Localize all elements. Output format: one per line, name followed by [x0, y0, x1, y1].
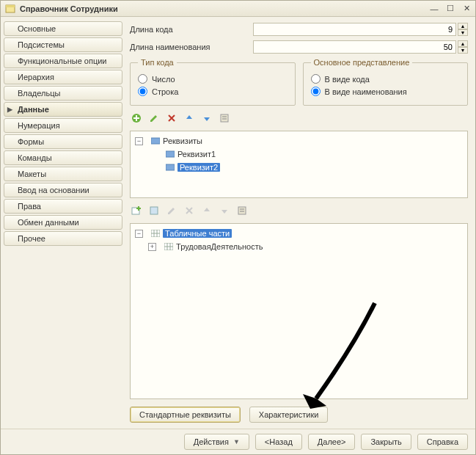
svg-rect-10: [150, 207, 158, 214]
nav-item[interactable]: Подсистемы: [4, 37, 122, 52]
nav-item[interactable]: Данные: [4, 102, 122, 117]
nav-item[interactable]: Основные: [4, 21, 122, 36]
delete-disabled-icon: [183, 204, 196, 217]
nav-item[interactable]: Макеты: [4, 167, 122, 181]
content-pane: Длина кода ▲▼ Длина наименования ▲▼ Тип …: [125, 17, 475, 429]
edit-disabled-icon: [165, 204, 178, 217]
code-length-label: Длина кода: [130, 25, 247, 34]
actions-button[interactable]: Действия▼: [184, 434, 249, 450]
code-type-legend: Тип кода: [138, 58, 177, 67]
nav-item[interactable]: Ввод на основании: [4, 183, 122, 197]
main-rep-code-radio[interactable]: В виде кода: [311, 74, 461, 84]
nav-item[interactable]: Обмен данными: [4, 215, 122, 230]
name-length-input[interactable]: [253, 40, 456, 54]
move-up-disabled-icon: [200, 204, 213, 217]
tree-row[interactable]: − Реквизиты: [135, 134, 463, 148]
add-column-icon[interactable]: [147, 204, 161, 217]
code-length-spinner[interactable]: ▲▼: [253, 23, 468, 36]
svg-rect-11: [238, 207, 246, 214]
nav-item[interactable]: Нумерация: [4, 118, 122, 133]
code-length-input[interactable]: [253, 23, 456, 36]
name-length-spinner[interactable]: ▲▼: [253, 40, 468, 54]
back-button[interactable]: <Назад: [255, 434, 302, 450]
code-type-number-radio[interactable]: Число: [138, 74, 288, 84]
tree-row[interactable]: Реквизит2: [135, 161, 463, 174]
characteristics-button[interactable]: Характеристики: [249, 407, 329, 423]
properties-icon[interactable]: [218, 112, 231, 125]
svg-rect-6: [151, 138, 160, 144]
next-button[interactable]: Далее>: [308, 434, 356, 450]
nav-item[interactable]: Права: [4, 199, 122, 214]
footer-buttons: Действия▼ <Назад Далее> Закрыть Справка: [1, 429, 475, 454]
tabular-toolbar: [130, 203, 468, 219]
svg-rect-7: [166, 151, 175, 157]
nav-item[interactable]: Команды: [4, 150, 122, 165]
collapse-icon[interactable]: −: [135, 137, 143, 145]
code-type-group: Тип кода Число Строка: [130, 58, 296, 106]
svg-rect-3: [221, 114, 228, 122]
close-window-button[interactable]: ✕: [461, 4, 472, 14]
nav-sidebar: ОсновныеПодсистемыФункциональные опцииИе…: [1, 17, 125, 429]
spin-up-icon[interactable]: ▲: [458, 40, 468, 47]
svg-rect-8: [166, 164, 175, 170]
maximize-button[interactable]: ☐: [444, 4, 456, 14]
name-length-label: Длина наименования: [130, 43, 247, 51]
add-table-icon[interactable]: [130, 204, 143, 217]
spin-down-icon[interactable]: ▼: [458, 47, 468, 54]
attributes-tree[interactable]: − РеквизитыРеквизит1Реквизит2: [130, 131, 468, 198]
nav-item[interactable]: Формы: [4, 134, 122, 149]
catalog-icon: [5, 4, 15, 14]
main-rep-legend: Основное представление: [311, 58, 413, 67]
tree-row[interactable]: + ТрудоваяДеятельность: [135, 240, 463, 253]
nav-item[interactable]: Прочее: [4, 231, 122, 246]
properties-icon[interactable]: [235, 204, 249, 217]
spin-up-icon[interactable]: ▲: [458, 23, 468, 29]
move-up-icon[interactable]: [183, 112, 196, 125]
move-down-icon[interactable]: [200, 112, 213, 125]
nav-item[interactable]: Иерархия: [4, 70, 122, 84]
code-type-string-radio[interactable]: Строка: [138, 87, 288, 96]
standard-attributes-button[interactable]: Стандартные реквизиты: [130, 407, 241, 423]
tabular-tree[interactable]: − Табличные части+ ТрудоваяДеятельность: [130, 223, 468, 399]
close-button[interactable]: Закрыть: [361, 434, 411, 450]
add-icon[interactable]: [130, 112, 143, 125]
main-rep-name-radio[interactable]: В виде наименования: [311, 87, 461, 96]
move-down-disabled-icon: [218, 204, 231, 217]
edit-icon[interactable]: [147, 112, 161, 125]
titlebar: Справочник Сотрудники — ☐ ✕: [1, 1, 475, 17]
help-button[interactable]: Справка: [417, 434, 468, 450]
delete-icon[interactable]: [165, 112, 178, 125]
tree-row[interactable]: Реквизит1: [135, 148, 463, 161]
collapse-icon[interactable]: −: [135, 230, 143, 238]
expand-icon[interactable]: +: [148, 243, 156, 251]
spin-down-icon[interactable]: ▼: [458, 29, 468, 36]
tree-row[interactable]: − Табличные части: [135, 227, 463, 240]
main-representation-group: Основное представление В виде кода В вид…: [303, 58, 469, 106]
nav-item[interactable]: Владельцы: [4, 86, 122, 101]
window-title: Справочник Сотрудники: [20, 4, 424, 13]
attrs-toolbar: [130, 110, 468, 126]
svg-rect-1: [6, 5, 15, 7]
nav-item[interactable]: Функциональные опции: [4, 54, 122, 68]
minimize-button[interactable]: —: [428, 4, 440, 14]
